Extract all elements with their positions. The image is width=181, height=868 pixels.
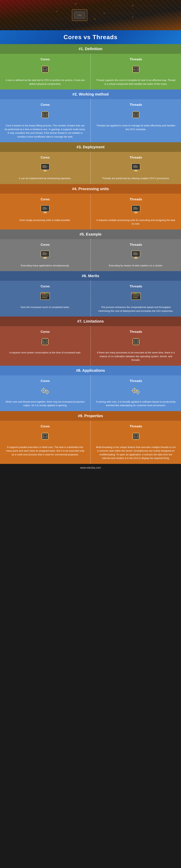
svg-rect-201	[45, 392, 46, 393]
section-5-header: #5. Example	[0, 229, 181, 239]
section-5-body: Cores Executing many applications simult…	[0, 239, 181, 271]
section-5-cores-icon	[4, 249, 86, 262]
section-2-threads-icon: CPU	[95, 109, 177, 122]
svg-rect-151	[132, 297, 138, 298]
svg-rect-143	[42, 297, 47, 298]
svg-rect-196	[43, 392, 44, 393]
svg-rect-135	[135, 257, 137, 258]
svg-point-139	[42, 293, 43, 294]
section-4-threads-text: It requires multiple processing units fo…	[95, 218, 177, 226]
svg-rect-211	[137, 390, 138, 391]
svg-text:CPU: CPU	[134, 114, 137, 116]
section-2-threads-text: Threads are applied to cores to manage i…	[95, 124, 177, 131]
section-1-threads-title: Threads	[95, 58, 177, 61]
section-9-cores-title: Cores	[4, 425, 86, 428]
section-8-cores-title: Cores	[4, 379, 86, 383]
sections-container: #1. DefinitionCores CPU A core is define…	[0, 44, 181, 464]
section-7-threads-icon: CPU	[95, 336, 177, 349]
section-7-cores-col: Cores CPU It requires more power consump…	[0, 326, 91, 366]
svg-rect-124	[42, 252, 49, 256]
section-1-cores-col: Cores CPU A core is defined as the task …	[0, 54, 91, 90]
svg-rect-117	[132, 206, 139, 211]
section-3-body: Cores It can be implemented by interleav…	[0, 152, 181, 184]
section-2-cores-title: Cores	[4, 103, 86, 107]
section-2-cores-col: Cores CPU Core is based on the heavy lif…	[0, 99, 91, 142]
section-1-threads-text: Thread supports the core to complete its…	[95, 78, 177, 86]
section-9-cores-text: It supports parallel execution or Multi-…	[4, 445, 86, 457]
section-6-cores-icon	[4, 290, 86, 304]
section-2-threads-title: Threads	[95, 103, 177, 107]
section-3-threads-col: Threads Threads are performed by utilizi…	[91, 152, 181, 184]
footer: www.educba.com	[0, 464, 181, 471]
svg-rect-108	[134, 171, 138, 172]
section-7-cores-text: It requires more power consumption at th…	[4, 351, 86, 354]
section-8-header: #8. Applications	[0, 366, 181, 375]
svg-rect-110	[42, 206, 49, 211]
section-1-cores-icon: CPU	[4, 64, 86, 76]
section-7-cores-icon: CPU	[4, 336, 86, 349]
section-8-threads-text: In joining with core, it is broadly appl…	[95, 400, 177, 407]
section-6-threads-title: Threads	[95, 284, 177, 288]
svg-rect-17	[74, 12, 85, 19]
section-5-threads-text: Executing by means of web crawlers on a …	[95, 264, 177, 268]
section-1-cores-text: A core is defined as the task fed to CPU…	[4, 78, 86, 86]
section-1-header: #1. Definition	[0, 44, 181, 54]
section-2: #2. Working methodCores CPU Core is base…	[0, 90, 181, 142]
section-2-header: #2. Working method	[0, 90, 181, 99]
section-7-body: Cores CPU It requires more power consump…	[0, 326, 181, 366]
svg-text:CPU: CPU	[44, 69, 47, 70]
svg-rect-213	[136, 392, 136, 393]
section-2-cores-text: Core is based on the heavy lifting proce…	[4, 124, 86, 138]
section-4-cores-title: Cores	[4, 197, 86, 201]
section-1-threads-icon: CPU	[95, 64, 177, 76]
section-3-cores-col: Cores It can be implemented by interleav…	[0, 152, 91, 184]
section-7-cores-title: Cores	[4, 330, 86, 334]
svg-rect-129	[43, 258, 47, 259]
svg-rect-144	[42, 299, 48, 299]
svg-rect-195	[43, 388, 44, 389]
svg-rect-200	[47, 394, 48, 394]
section-3-threads-title: Threads	[95, 156, 177, 159]
svg-point-10	[75, 14, 77, 16]
section-5-threads-col: Threads Executing by means of web crawle…	[91, 239, 181, 271]
svg-rect-209	[132, 390, 133, 391]
section-9-header: #9. Properties	[0, 411, 181, 421]
section-9-cores-col: Cores CPU It supports parallel execution…	[0, 421, 91, 464]
section-1-cores-title: Cores	[4, 58, 86, 61]
svg-rect-214	[139, 392, 140, 393]
svg-rect-121	[135, 212, 137, 213]
svg-rect-208	[134, 392, 135, 393]
section-6-threads-col: Threads The process enhances the computa…	[91, 281, 181, 316]
main-title-bar: Cores vs Threads	[0, 30, 181, 44]
svg-point-9	[75, 3, 77, 4]
svg-rect-100	[44, 170, 46, 171]
svg-point-12	[132, 5, 133, 6]
svg-rect-152	[132, 299, 138, 299]
section-3-threads-icon	[95, 162, 177, 175]
section-8-cores-icon	[4, 385, 86, 398]
svg-rect-16	[72, 9, 87, 21]
section-4: #4. Processing unitsCores Even single pr…	[0, 184, 181, 229]
svg-point-206	[137, 392, 138, 393]
section-8-body: Cores When core and thread work together…	[0, 375, 181, 411]
section-5-cores-title: Cores	[4, 243, 86, 247]
svg-text:CPU: CPU	[134, 69, 137, 70]
page-title: Cores vs Threads	[4, 34, 177, 41]
section-9-cores-icon: CPU	[4, 431, 86, 443]
svg-point-140	[44, 293, 45, 294]
section-8-threads-icon	[95, 385, 177, 398]
svg-point-15	[94, 18, 96, 20]
section-4-cores-text: Even single processing units is made pos…	[4, 218, 86, 222]
section-6-threads-text: The process enhances the computational s…	[95, 305, 177, 313]
section-3-header: #3. Deployment	[0, 142, 181, 152]
svg-point-147	[132, 293, 134, 294]
section-2-cores-icon: CPU	[4, 109, 86, 122]
section-6-body: Cores Give the increased count of comple…	[0, 281, 181, 316]
svg-rect-136	[134, 258, 138, 259]
section-8-threads-col: Threads In joining with core, it is broa…	[91, 375, 181, 411]
section-7-threads-col: Threads CPU If there are many processes …	[91, 326, 181, 366]
svg-text:CPU: CPU	[44, 436, 47, 437]
hero-image: CPU	[0, 0, 181, 30]
section-4-body: Cores Even single processing units is ma…	[0, 194, 181, 229]
section-3-cores-icon	[4, 162, 86, 175]
